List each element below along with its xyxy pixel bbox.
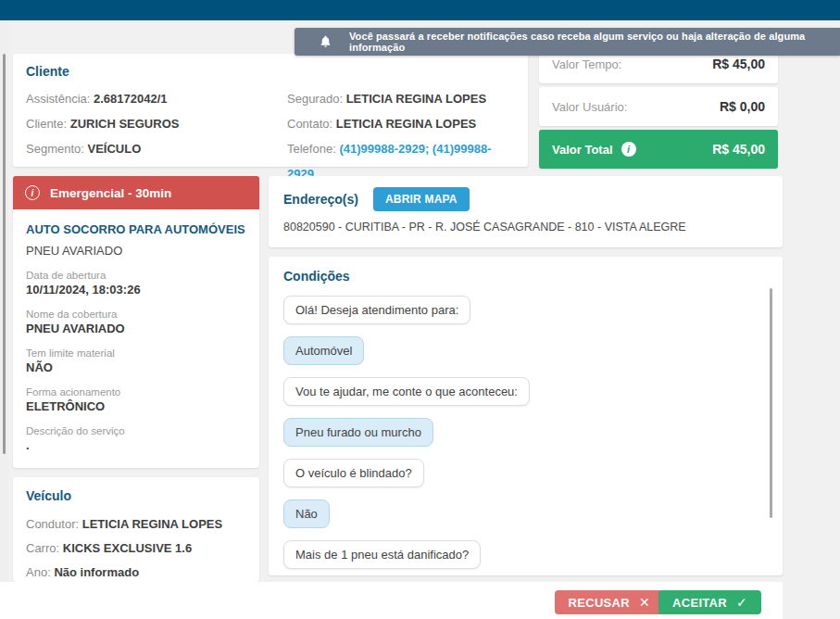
insured-row: Segurado: LETICIA REGINA LOPES: [287, 86, 515, 111]
insured-name: LETICIA REGINA LOPES: [346, 92, 486, 106]
chat-answer-bubble: Pneu furado ou murcho: [283, 418, 433, 447]
close-icon: ✕: [639, 595, 650, 610]
check-icon: ✓: [736, 595, 747, 610]
value-time-amount: R$ 45,00: [712, 57, 765, 71]
assistance-row: Assistência: 2.68172042/1: [26, 86, 287, 111]
driver-name: LETICIA REGINA LOPES: [82, 517, 222, 531]
assistance-number: 2.68172042/1: [94, 92, 168, 106]
info-icon[interactable]: i: [621, 142, 636, 157]
emergency-banner: i Emergencial - 30min: [13, 176, 259, 209]
contact-name: LETICIA REGINA LOPES: [336, 117, 476, 131]
address-card-title: Endereço(s): [283, 192, 358, 207]
emergency-banner-label: Emergencial - 30min: [50, 186, 171, 200]
conditions-card: Condições Olá! Deseja atendimento para: …: [269, 257, 783, 575]
driver-row: Condutor: LETICIA REGINA LOPES: [26, 512, 246, 537]
conditions-scrollbar-thumb[interactable]: [770, 288, 772, 518]
service-details-card: AUTO SOCORRO PARA AUTOMÓVEIS PNEU AVARIA…: [13, 209, 259, 468]
bell-icon: [319, 34, 332, 49]
field-service-description: Descrição do serviço .: [26, 425, 246, 452]
service-subtitle: PNEU AVARIADO: [26, 244, 246, 258]
field-coverage-name: Nome da cobertura PNEU AVARIADO: [26, 309, 246, 335]
app-window: Você passará a receber notificações caso…: [0, 0, 840, 619]
field-material-limit: Tem limite material NÃO: [26, 347, 246, 374]
chat-answer-bubble: Automóvel: [283, 336, 364, 365]
address-text: 80820590 - CURITIBA - PR - R. JOSÉ CASAG…: [283, 221, 768, 234]
client-name: ZURICH SEGUROS: [70, 117, 180, 131]
action-footer: RECUSAR ✕ ACEITAR ✓: [0, 582, 783, 619]
service-title: AUTO SOCORRO PARA AUTOMÓVEIS: [26, 221, 246, 237]
car-model: KICKS EXCLUSIVE 1.6: [63, 541, 192, 555]
vehicle-card-title: Veículo: [26, 488, 246, 503]
value-user-amount: R$ 0,00: [720, 99, 765, 114]
toast-message: Você passará a receber notificações caso…: [349, 31, 840, 53]
car-year: Não informado: [54, 565, 139, 579]
page-scrollbar-thumb[interactable]: [3, 54, 6, 454]
page-scrollbar[interactable]: [0, 20, 8, 619]
value-total-row: Valor Total i R$ 45,00: [539, 130, 778, 169]
refuse-button[interactable]: RECUSAR ✕: [555, 590, 664, 614]
contact-row: Contato: LETICIA REGINA LOPES: [287, 111, 515, 136]
chat-answer-bubble: Não: [283, 499, 330, 528]
vehicle-card: Veículo Condutor: LETICIA REGINA LOPES C…: [13, 477, 259, 582]
chat-question-bubble: Olá! Deseja atendimento para:: [283, 296, 470, 324]
accept-button-label: ACEITAR: [672, 596, 727, 610]
field-open-date: Data de abertura 10/11/2024, 18:03:26: [26, 270, 246, 297]
open-map-button[interactable]: ABRIR MAPA: [373, 187, 470, 211]
value-user-row: Valor Usuário: R$ 0,00: [539, 87, 778, 126]
notification-toast: Você passará a receber notificações caso…: [295, 28, 840, 56]
year-row: Ano: Não informado: [26, 561, 246, 582]
chat-question-bubble: O veículo é blindado?: [283, 459, 424, 487]
value-total-label: Valor Total: [552, 143, 613, 157]
chat-question-bubble: Vou te ajudar, me conte o que aconteceu:: [283, 377, 530, 406]
accept-button[interactable]: ACEITAR ✓: [658, 590, 761, 614]
info-circle-icon[interactable]: i: [25, 185, 40, 200]
chat-question-bubble: Mais de 1 pneu está danificado?: [283, 540, 481, 569]
client-card-title: Cliente: [26, 64, 515, 79]
car-row: Carro: KICKS EXCLUSIVE 1.6: [26, 537, 246, 561]
value-total-amount: R$ 45,00: [712, 142, 765, 157]
segment-row: Segmento: VEÍCULO: [26, 136, 287, 161]
address-card: Endereço(s) ABRIR MAPA 80820590 - CURITI…: [269, 176, 783, 247]
conditions-card-title: Condições: [283, 269, 768, 284]
top-navigation-bar: [0, 0, 840, 20]
client-card: Cliente Assistência: 2.68172042/1 Client…: [13, 54, 528, 167]
refuse-button-label: RECUSAR: [569, 596, 630, 610]
field-activation-type: Forma acionamento ELETRÔNICO: [26, 386, 246, 413]
client-row: Cliente: ZURICH SEGUROS: [26, 111, 287, 136]
segment-value: VEÍCULO: [88, 142, 142, 156]
